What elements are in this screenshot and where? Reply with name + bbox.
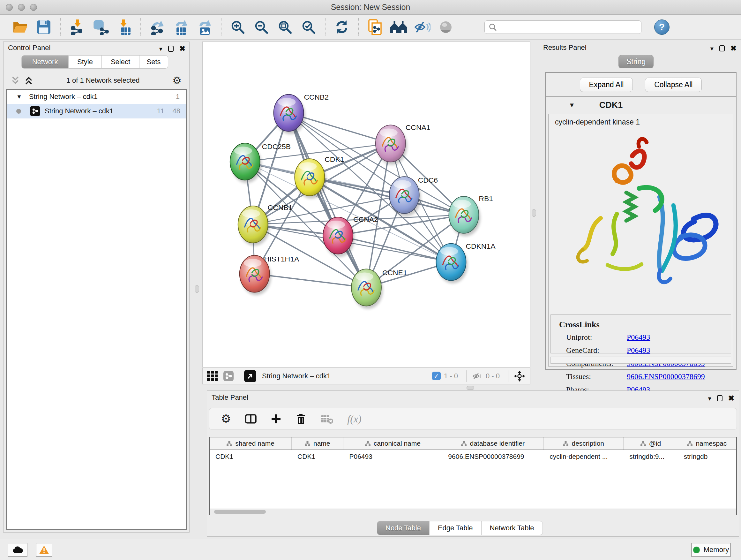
panel-menu-icon[interactable]: ▾ — [159, 45, 162, 53]
horizontal-splitter-handle[interactable] — [467, 386, 474, 390]
hide-selected-button[interactable] — [413, 18, 431, 36]
show-columns-icon[interactable] — [245, 413, 257, 425]
crosslink-uniprot-link[interactable]: P06493 — [627, 333, 650, 341]
open-session-button[interactable] — [11, 18, 29, 36]
network-options-gear-icon[interactable]: ⚙ — [172, 75, 182, 85]
import-table-file-button[interactable] — [115, 18, 133, 36]
table-cell[interactable]: CDK1 — [292, 450, 343, 463]
zoom-out-button[interactable] — [253, 18, 270, 36]
global-search[interactable] — [484, 20, 642, 34]
zoom-fit-button[interactable] — [276, 18, 294, 36]
column-header--id[interactable]: @id — [623, 437, 678, 449]
column-header-database-identifier[interactable]: database identifier — [442, 437, 544, 449]
column-header-name[interactable]: name — [292, 437, 343, 449]
network-edge[interactable] — [338, 236, 451, 262]
tab-style[interactable]: Style — [69, 55, 102, 69]
save-session-button[interactable] — [35, 18, 53, 36]
export-table-button[interactable] — [172, 18, 190, 36]
table-cell[interactable]: CDK1 — [210, 450, 292, 463]
memory-status-dot — [693, 547, 700, 553]
float-panel-icon[interactable] — [168, 46, 174, 52]
duplicate-network-button[interactable] — [366, 18, 384, 36]
network-node-cdkn1a[interactable] — [436, 244, 468, 284]
expand-all-icon[interactable] — [24, 76, 33, 85]
table-options-gear-icon[interactable]: ⚙ — [221, 413, 231, 425]
zoom-selected-button[interactable] — [300, 18, 318, 36]
results-scroll-strip[interactable] — [550, 357, 731, 364]
float-panel-icon[interactable] — [717, 395, 723, 401]
toolbar-separator — [358, 18, 359, 36]
import-network-database-button[interactable] — [91, 18, 110, 36]
create-column-plus-icon[interactable] — [271, 414, 281, 424]
cloud-status-button[interactable] — [8, 543, 27, 557]
table-cell[interactable]: 9606.ENSP00000378699 — [442, 450, 544, 463]
tab-node-table[interactable]: Node Table — [377, 521, 429, 535]
column-header-shared-name[interactable]: shared name — [210, 437, 292, 449]
table-panel: Table Panel ▾ ✖ ⚙ f(x) shared namenameca… — [207, 390, 739, 537]
network-graph[interactable]: CCNB2CCNA1CDC25BCDK1CDC6RB1CCNB1CCNA2CDK… — [203, 42, 530, 367]
collapse-all-button[interactable]: Collapse All — [645, 78, 702, 92]
network-edge[interactable] — [255, 274, 366, 288]
collapse-all-icon[interactable] — [10, 76, 20, 85]
network-view-canvas[interactable]: CCNB2CCNA1CDC25BCDK1CDC6RB1CCNB1CCNA2CDK… — [202, 42, 530, 367]
refresh-button[interactable] — [333, 18, 351, 36]
tab-select[interactable]: Select — [102, 55, 139, 69]
panel-menu-icon[interactable]: ▾ — [711, 45, 714, 52]
network-node-ccnb2[interactable] — [274, 95, 306, 134]
scrollbar-thumb[interactable] — [214, 510, 266, 514]
tree-expander-icon[interactable]: ▼ — [16, 94, 22, 100]
panel-menu-icon[interactable]: ▾ — [708, 395, 711, 402]
network-node-ccna2[interactable] — [323, 217, 354, 257]
first-neighbors-button[interactable] — [390, 18, 408, 36]
show-grid-icon[interactable] — [207, 371, 218, 381]
tab-edge-table[interactable]: Edge Table — [429, 521, 482, 535]
table-cell[interactable]: stringdb — [678, 450, 736, 463]
expand-all-button[interactable]: Expand All — [580, 78, 633, 92]
close-panel-icon[interactable]: ✖ — [179, 44, 185, 53]
memory-button[interactable]: Memory — [691, 543, 731, 557]
network-collection-row[interactable]: ▼ String Network – cdk1 1 — [7, 90, 186, 104]
hidden-eye-icon[interactable] — [472, 372, 482, 381]
zoom-in-button[interactable] — [229, 18, 247, 36]
import-network-file-button[interactable] — [68, 18, 86, 36]
search-input[interactable] — [497, 23, 631, 31]
float-panel-icon[interactable] — [719, 45, 725, 51]
tab-sets[interactable]: Sets — [139, 55, 168, 69]
network-row[interactable]: String Network – cdk1 11 48 — [7, 104, 186, 118]
network-node-cdc6[interactable] — [389, 177, 421, 216]
show-all-button[interactable] — [437, 18, 455, 36]
tab-network[interactable]: Network — [21, 55, 69, 69]
column-header-canonical-name[interactable]: canonical name — [343, 437, 442, 449]
open-in-new-window-icon[interactable] — [244, 370, 256, 382]
table-row[interactable]: CDK1CDK1P064939606.ENSP00000378699cyclin… — [210, 450, 736, 463]
delete-column-trash-icon[interactable] — [295, 413, 307, 425]
network-node-cdk1[interactable] — [294, 159, 326, 199]
table-cell[interactable]: cyclin-dependent ... — [544, 450, 623, 463]
crosslink-genecard-link[interactable]: P06493 — [627, 346, 650, 355]
close-panel-icon[interactable]: ✖ — [728, 394, 734, 402]
column-header-description[interactable]: description — [544, 437, 623, 449]
network-node-ccne1[interactable] — [351, 269, 383, 309]
table-horizontal-scrollbar[interactable] — [210, 509, 736, 515]
gene-expander-icon[interactable]: ▼ — [569, 102, 575, 109]
network-edge[interactable] — [288, 113, 366, 288]
network-node-ccnb1[interactable] — [238, 206, 270, 246]
tab-string[interactable]: String — [618, 55, 654, 68]
network-node-ccna1[interactable] — [376, 125, 407, 165]
close-panel-icon[interactable]: ✖ — [731, 44, 737, 53]
column-header-namespac[interactable]: namespac — [678, 437, 736, 449]
table-toolbar: ⚙ f(x) — [209, 408, 737, 430]
table-cell[interactable]: stringdb:9... — [623, 450, 678, 463]
crosslink-tissues-link[interactable]: 9606.ENSP00000378699 — [627, 372, 705, 381]
gene-section-header[interactable]: ▼ CDK1 — [546, 97, 736, 113]
left-splitter-handle[interactable] — [195, 285, 199, 293]
network-node-rb1[interactable] — [449, 196, 480, 236]
help-button[interactable]: ? — [654, 19, 670, 35]
export-network-button[interactable] — [148, 18, 166, 36]
selected-checkbox-icon[interactable]: ✓ — [432, 372, 441, 380]
table-cell[interactable]: P06493 — [344, 450, 443, 463]
tab-network-table[interactable]: Network Table — [482, 521, 543, 535]
export-image-button[interactable] — [196, 18, 213, 36]
warning-status-button[interactable] — [36, 543, 52, 557]
birdseye-navigator-icon[interactable] — [514, 370, 526, 382]
